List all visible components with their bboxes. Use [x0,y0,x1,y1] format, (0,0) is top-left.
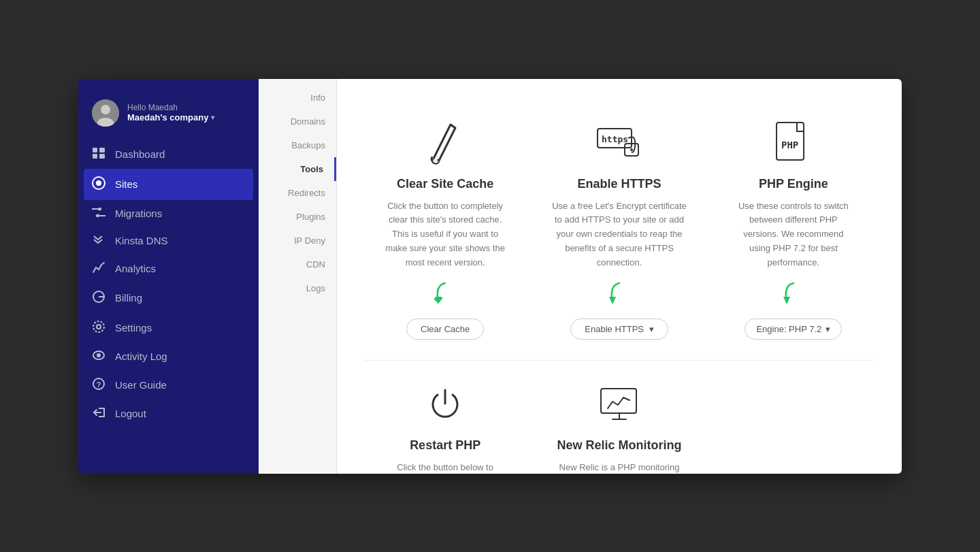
restart-php-title: Restart PHP [410,438,480,453]
https-icon-area: https [594,120,645,167]
svg-rect-6 [99,154,105,159]
php-file-icon: PHP [773,121,814,165]
sidebar-item-kinsta-dns[interactable]: Kinsta DNS [78,227,259,255]
svg-point-12 [93,321,104,332]
analytics-label: Analytics [115,263,156,274]
svg-rect-5 [93,154,97,159]
sec-nav-info[interactable]: Info [259,86,336,110]
php-engine-arrow [777,282,811,309]
sites-label: Sites [115,178,137,190]
migrations-label: Migrations [115,208,162,219]
enable-https-title: Enable HTTPS [577,177,661,191]
enable-https-button[interactable]: Enable HTTPS ▾ [570,319,668,340]
user-guide-label: User Guide [115,379,167,391]
tool-enable-https: https Enable HTTPS Use a free Let's Encr… [526,99,712,361]
svg-rect-4 [99,148,105,152]
sidebar-item-activity-log[interactable]: Activity Log [78,343,259,370]
svg-text:https: https [602,134,628,144]
main-content: Clear Site Cache Click the button to com… [337,79,902,474]
analytics-icon [92,262,105,276]
activity-log-icon [92,351,105,363]
sec-nav-tools[interactable]: Tools [259,157,336,181]
kinsta-dns-label: Kinsta DNS [115,235,168,246]
svg-point-14 [97,353,101,357]
svg-point-8 [96,180,101,186]
php-engine-select[interactable]: Engine: PHP 7.2 ▾ [745,319,842,340]
svg-text:PHP: PHP [781,140,798,150]
svg-text:?: ? [97,380,101,389]
sidebar-item-billing[interactable]: Billing [78,283,259,313]
power-icon [427,385,464,425]
php-engine-desc: Use these controls to switch between dif… [733,199,854,270]
sidebar-item-analytics[interactable]: Analytics [78,255,259,283]
tool-restart-php: Restart PHP Click the button below to re… [364,361,526,473]
settings-icon [92,321,105,336]
billing-icon [92,291,105,306]
dashboard-icon [92,148,105,161]
svg-line-19 [451,125,455,128]
billing-label: Billing [115,292,142,304]
migrations-icon [92,208,105,220]
sec-nav-redirects[interactable]: Redirects [259,181,336,205]
new-relic-desc: New Relic is a PHP monitoring tool you c… [551,461,687,473]
php-engine-title: PHP Engine [759,177,828,191]
clear-cache-title: Clear Site Cache [397,177,493,191]
user-guide-icon: ? [92,378,105,393]
user-greeting: Hello Maedah [127,103,245,112]
dns-icon [92,235,105,247]
tool-new-relic: New Relic Monitoring New Relic is a PHP … [526,361,712,473]
user-company[interactable]: Maedah's company ▾ [127,112,245,123]
tool-empty-cell [713,361,875,473]
sec-nav-domains[interactable]: Domains [259,110,336,133]
sec-nav-plugins[interactable]: Plugins [259,205,336,229]
enable-https-arrow [602,282,636,309]
svg-rect-3 [93,148,97,152]
user-info: Hello Maedah Maedah's company ▾ [127,103,245,123]
app-container: Hello Maedah Maedah's company ▾ [78,79,902,474]
avatar [92,99,119,127]
chevron-down-icon: ▾ [211,114,214,121]
sidebar-item-sites[interactable]: Sites [84,169,253,200]
tool-php-engine: PHP PHP Engine Use these controls to swi… [713,99,875,361]
php-dropdown-icon: ▾ [826,324,830,334]
sec-nav-logs[interactable]: Logs [259,276,336,300]
clear-cache-icon-area [427,120,464,167]
sidebar-item-settings[interactable]: Settings [78,313,259,343]
https-dropdown-icon: ▾ [649,324,654,334]
new-relic-icon-area [598,381,642,429]
user-section: Hello Maedah Maedah's company ▾ [78,93,259,140]
sidebar-item-migrations[interactable]: Migrations [78,200,259,227]
activity-log-label: Activity Log [115,351,167,362]
restart-php-desc: Click the button below to restart your P… [385,461,506,473]
paintbrush-icon [427,121,464,165]
svg-point-1 [101,105,110,114]
svg-point-24 [630,148,633,151]
sites-icon [92,176,105,193]
main-sidebar: Hello Maedah Maedah's company ▾ [78,79,259,474]
sec-nav-cdn[interactable]: CDN [259,253,336,276]
dashboard-label: Dashboard [115,148,165,160]
sidebar-item-logout[interactable]: Logout [78,400,259,427]
enable-https-btn-group: Enable HTTPS ▾ [570,319,668,340]
logout-label: Logout [115,408,146,419]
new-relic-title: New Relic Monitoring [557,438,681,453]
svg-marker-28 [783,297,790,304]
php-icon-area: PHP [773,120,814,167]
tools-grid: Clear Site Cache Click the button to com… [364,99,875,474]
clear-cache-arrow [428,282,462,309]
svg-marker-25 [609,297,616,304]
restart-php-icon-area [427,381,464,429]
sec-nav-backups[interactable]: Backups [259,133,336,157]
clear-cache-desc: Click the button to completely clear thi… [385,199,506,270]
https-icon: https [594,123,645,164]
sidebar-item-dashboard[interactable]: Dashboard [78,140,259,169]
sec-nav-ip-deny[interactable]: IP Deny [259,229,336,253]
clear-cache-button[interactable]: Clear Cache [406,319,484,340]
monitor-icon [598,387,642,424]
enable-https-desc: Use a free Let's Encrypt certificate to … [551,199,687,270]
settings-label: Settings [115,322,152,334]
sidebar-item-user-guide[interactable]: ? User Guide [78,370,259,400]
secondary-sidebar: Info Domains Backups Tools Redirects Plu… [259,79,337,474]
svg-point-11 [97,325,101,329]
main-nav: Dashboard Sites [78,140,259,474]
